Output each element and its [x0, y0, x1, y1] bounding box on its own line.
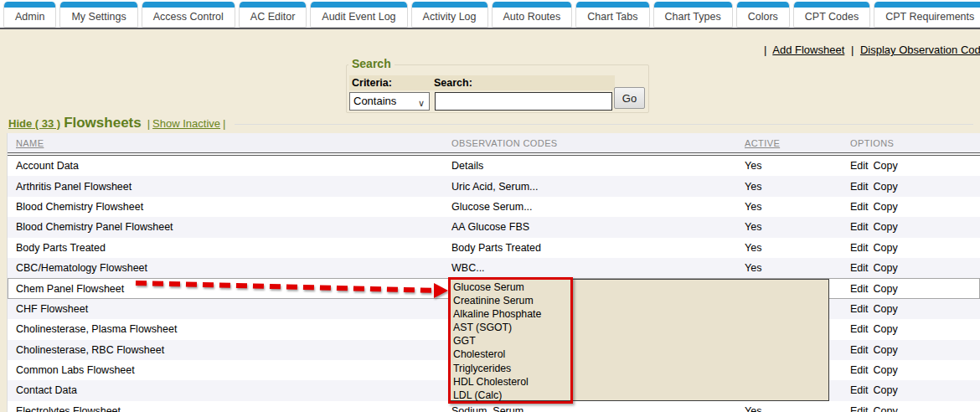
hide-count-link[interactable]: Hide ( 33 ): [8, 117, 60, 130]
tab-access-control[interactable]: Access Control: [142, 2, 235, 28]
copy-link[interactable]: Copy: [874, 405, 898, 412]
add-flowsheet-link[interactable]: Add Flowsheet: [772, 44, 844, 56]
tab-colors[interactable]: Colors: [736, 2, 790, 28]
copy-link[interactable]: Copy: [874, 160, 898, 172]
tab-label: CPT Requirements: [874, 8, 980, 26]
tab-accent-bar: [412, 2, 487, 8]
observation-code-item: GGT: [453, 334, 570, 348]
tab-label: AC Editor: [240, 8, 307, 26]
copy-link[interactable]: Copy: [874, 364, 898, 376]
tab-accent-bar: [874, 2, 980, 8]
display-observation-codes-link[interactable]: Display Observation Codes: [860, 44, 980, 56]
chevron-down-icon: ∨: [418, 95, 425, 111]
observation-codes-cell: Body Parts Treated: [451, 242, 745, 254]
tab-ac-editor[interactable]: AC Editor: [239, 2, 307, 28]
tab-chart-tabs[interactable]: Chart Tabs: [575, 2, 649, 28]
edit-link[interactable]: Edit: [850, 303, 869, 315]
copy-link[interactable]: Copy: [874, 344, 898, 356]
flowsheets-list-header: Hide ( 33 ) Flowsheets | Show Inactive |: [8, 115, 973, 131]
edit-link[interactable]: Edit: [850, 160, 869, 172]
criteria-label: Criteria:: [349, 75, 431, 90]
edit-link[interactable]: Edit: [850, 242, 869, 254]
edit-link[interactable]: Edit: [850, 283, 869, 295]
tab-audit-event-log[interactable]: Audit Event Log: [310, 2, 407, 28]
tab-cpt-requirements[interactable]: CPT Requirements: [874, 2, 980, 28]
edit-link[interactable]: Edit: [850, 323, 869, 335]
tab-bar-divider: [0, 28, 980, 29]
tab-accent-bar: [311, 2, 406, 8]
copy-link[interactable]: Copy: [874, 283, 898, 295]
observation-code-item: Cholesterol: [453, 348, 570, 361]
table-row[interactable]: Body Parts Treated Body Parts Treated Ye…: [8, 238, 980, 258]
tab-auto-routes[interactable]: Auto Routes: [492, 2, 573, 28]
copy-link[interactable]: Copy: [874, 384, 898, 396]
go-button[interactable]: Go: [614, 87, 645, 109]
copy-link[interactable]: Copy: [874, 323, 898, 335]
tab-label: Access Control: [142, 8, 235, 26]
edit-link[interactable]: Edit: [850, 405, 869, 412]
observation-codes-cell: Sodium, Serum...: [451, 405, 745, 412]
column-header-name[interactable]: NAME: [8, 138, 451, 148]
copy-link[interactable]: Copy: [874, 242, 898, 254]
options-cell: EditCopy: [850, 181, 980, 193]
show-inactive-link[interactable]: Show Inactive: [152, 117, 220, 130]
table-row[interactable]: Blood Chemistry Flowsheet Glucose Serum.…: [8, 197, 980, 217]
flowsheet-name: Blood Chemistry Flowsheet: [8, 201, 451, 213]
observation-codes-cell: WBC...: [451, 262, 745, 274]
copy-link[interactable]: Copy: [874, 181, 898, 193]
options-cell: EditCopy: [850, 323, 980, 335]
table-row[interactable]: Blood Chemistry Panel Flowsheet AA Gluco…: [8, 217, 980, 237]
copy-link[interactable]: Copy: [874, 201, 898, 213]
table-row[interactable]: Account Data Details Yes EditCopy: [8, 156, 980, 176]
criteria-select[interactable]: Contains ∨: [349, 92, 430, 111]
tab-admin[interactable]: Admin: [3, 2, 56, 28]
tab-chart-types[interactable]: Chart Types: [653, 2, 733, 28]
observation-codes-cell: AA Glucose FBS: [451, 221, 745, 233]
options-cell: EditCopy: [850, 283, 980, 295]
copy-link[interactable]: Copy: [874, 303, 898, 315]
options-cell: EditCopy: [850, 344, 980, 356]
tab-accent-bar: [240, 2, 307, 8]
column-header-active[interactable]: ACTIVE: [745, 138, 850, 148]
flowsheet-name: Contact Data: [8, 384, 451, 396]
observation-codes-list: Glucose SerumCreatinine SerumAlkaline Ph…: [451, 280, 570, 402]
tab-cpt-codes[interactable]: CPT Codes: [793, 2, 870, 28]
observation-code-item: Triglycerides: [453, 362, 570, 375]
link-separator: |: [147, 117, 150, 130]
search-panel-title: Search: [348, 57, 395, 70]
edit-link[interactable]: Edit: [850, 384, 869, 396]
tab-activity-log[interactable]: Activity Log: [411, 2, 488, 28]
options-cell: EditCopy: [850, 303, 980, 315]
edit-link[interactable]: Edit: [850, 262, 869, 274]
edit-link[interactable]: Edit: [850, 364, 869, 376]
active-cell: Yes: [745, 160, 850, 172]
observation-code-item: Alkaline Phosphate: [453, 307, 570, 321]
edit-link[interactable]: Edit: [850, 201, 869, 213]
observation-code-item: HDL Cholesterol: [453, 375, 570, 389]
observation-codes-highlight-box: Glucose SerumCreatinine SerumAlkaline Ph…: [448, 277, 573, 404]
flowsheet-name: CHF Flowsheet: [8, 303, 451, 315]
tab-label: My Settings: [60, 8, 137, 26]
options-cell: EditCopy: [850, 405, 980, 412]
copy-link[interactable]: Copy: [874, 262, 898, 274]
observation-code-item: AST (SGOT): [453, 321, 570, 334]
edit-link[interactable]: Edit: [850, 181, 869, 193]
copy-link[interactable]: Copy: [874, 221, 898, 233]
tab-label: Auto Routes: [493, 8, 572, 26]
flowsheet-name: Chem Panel Flowsheet: [8, 283, 451, 295]
tab-my-settings[interactable]: My Settings: [59, 2, 137, 28]
tab-label: Chart Types: [654, 8, 732, 26]
header-rule: [235, 124, 973, 125]
active-cell: Yes: [745, 242, 850, 254]
search-input[interactable]: [435, 92, 612, 111]
table-row[interactable]: Arthritis Panel Flowsheet Uric Acid, Ser…: [8, 176, 980, 196]
edit-link[interactable]: Edit: [850, 221, 869, 233]
options-cell: EditCopy: [850, 201, 980, 213]
table-row[interactable]: CBC/Hematology Flowsheet WBC... Yes Edit…: [8, 258, 980, 278]
flowsheet-name: Cholinesterase, RBC Flowsheet: [8, 344, 451, 356]
table-header-row: NAMEOBSERVATION CODESACTIVEOPTIONS: [8, 133, 980, 152]
flowsheet-name: Electrolytes Flowsheet: [8, 405, 451, 412]
observation-code-item: Glucose Serum: [453, 281, 570, 294]
link-separator: |: [223, 117, 225, 130]
edit-link[interactable]: Edit: [850, 344, 869, 356]
